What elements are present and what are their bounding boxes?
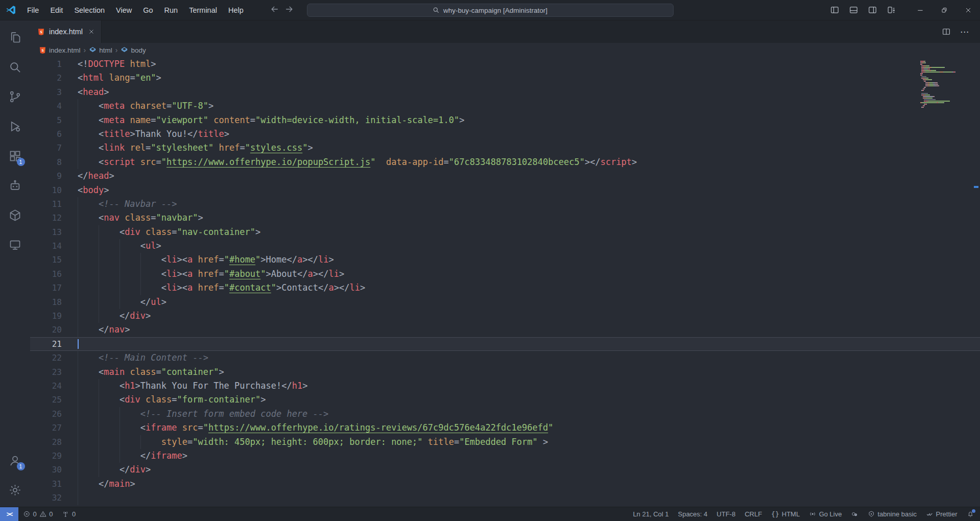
restore-icon[interactable]: [932, 0, 956, 20]
line-number: 17: [30, 281, 62, 295]
package-icon[interactable]: [3, 200, 28, 230]
code-line-2[interactable]: 2<html lang="en">: [30, 71, 980, 85]
menu-run[interactable]: Run: [159, 0, 184, 20]
indent-guide: [119, 407, 120, 421]
code-line-13[interactable]: 13 <div class="nav-container">: [30, 225, 980, 239]
tabnine-status[interactable]: tabnine basic: [863, 507, 921, 521]
code-line-30[interactable]: 30 </div>: [30, 463, 980, 477]
indent-guide: [78, 239, 78, 253]
code-line-21[interactable]: 21: [30, 337, 980, 351]
toggle-secondary-sidebar-icon[interactable]: [863, 5, 882, 15]
language-mode[interactable]: {} HTML: [767, 507, 804, 521]
indent-guide: [78, 155, 78, 169]
indent-guide: [140, 253, 141, 267]
code-line-27[interactable]: 27 <iframe src="https://www.offerhype.io…: [30, 421, 980, 435]
menu-help[interactable]: Help: [223, 0, 249, 20]
menu-go[interactable]: Go: [137, 0, 158, 20]
line-number: 1: [30, 57, 62, 71]
more-actions-icon[interactable]: ⋯: [956, 27, 973, 37]
menu-selection[interactable]: Selection: [68, 0, 110, 20]
menu-view[interactable]: View: [110, 0, 137, 20]
code-line-11[interactable]: 11 <!-- Navbar -->: [30, 197, 980, 211]
minimap-line: [920, 78, 971, 79]
code-line-8[interactable]: 8 <script src="https://www.offerhype.io/…: [30, 155, 980, 169]
go-live[interactable]: Go Live: [804, 507, 846, 521]
code-line-28[interactable]: 28 style="width: 450px; height: 600px; b…: [30, 435, 980, 449]
code-line-23[interactable]: 23 <main class="container">: [30, 365, 980, 379]
code-line-17[interactable]: 17 <li><a href="#contact">Contact</a></l…: [30, 281, 980, 295]
code-line-1[interactable]: 1<!DOCTYPE html>: [30, 57, 980, 71]
back-icon[interactable]: [270, 4, 280, 16]
breadcrumb-file-label: index.html: [49, 46, 81, 54]
line-number: 2: [30, 71, 62, 85]
line-number: 3: [30, 85, 62, 99]
code-editor[interactable]: 1<!DOCTYPE html>2<html lang="en">3<head>…: [30, 57, 980, 507]
eol-sequence[interactable]: CRLF: [740, 507, 767, 521]
code-line-7[interactable]: 7 <link rel="stylesheet" href="styles.cs…: [30, 141, 980, 155]
code-line-14[interactable]: 14 <ul>: [30, 239, 980, 253]
cursor-position[interactable]: Ln 21, Col 1: [628, 507, 673, 521]
code-line-3[interactable]: 3<head>: [30, 85, 980, 99]
code-line-9[interactable]: 9</head>: [30, 169, 980, 183]
code-line-29[interactable]: 29 </iframe>: [30, 449, 980, 463]
code-line-22[interactable]: 22 <!-- Main Content -->: [30, 351, 980, 365]
menu-edit[interactable]: Edit: [44, 0, 68, 20]
menu-terminal[interactable]: Terminal: [183, 0, 223, 20]
settings-gear-icon[interactable]: [3, 475, 28, 505]
indent-guide: [78, 393, 78, 407]
indent-guide: [78, 323, 78, 337]
code-line-10[interactable]: 10<body>: [30, 183, 980, 197]
code-line-15[interactable]: 15 <li><a href="#home">Home</a></li>: [30, 253, 980, 267]
tab-close-icon[interactable]: [87, 27, 96, 36]
toggle-sidebar-icon[interactable]: [825, 5, 844, 15]
code-line-12[interactable]: 12 <nav class="navbar">: [30, 211, 980, 225]
indent-guide: [99, 295, 99, 309]
code-line-20[interactable]: 20 </nav>: [30, 323, 980, 337]
command-center[interactable]: why-buy-campaign [Administrator]: [307, 4, 674, 17]
code-line-24[interactable]: 24 <h1>Thank You For The Purchase!</h1>: [30, 379, 980, 393]
notifications-bell[interactable]: [962, 507, 980, 521]
explorer-icon[interactable]: [3, 22, 28, 52]
breadcrumb-file[interactable]: 5 index.html: [39, 46, 81, 54]
breadcrumb-element-html[interactable]: html: [89, 46, 112, 54]
minimap[interactable]: [920, 61, 971, 109]
minimap-line: [920, 93, 971, 94]
minimize-icon[interactable]: [908, 0, 932, 20]
code-line-19[interactable]: 19 </div>: [30, 309, 980, 323]
split-editor-icon[interactable]: [938, 27, 955, 36]
code-line-5[interactable]: 5 <meta name="viewport" content="width=d…: [30, 113, 980, 127]
indent-guide: [78, 365, 78, 379]
close-icon[interactable]: [956, 0, 980, 20]
tab-index-html[interactable]: 5 index.html: [30, 20, 102, 43]
toggle-panel-icon[interactable]: [844, 5, 863, 15]
menu-file[interactable]: File: [21, 0, 44, 20]
minimap-line: [920, 101, 971, 102]
line-number: 7: [30, 141, 62, 155]
indentation[interactable]: Spaces: 4: [673, 507, 712, 521]
code-line-18[interactable]: 18 </ul>: [30, 295, 980, 309]
search-view-icon[interactable]: [3, 52, 28, 82]
problems-indicator[interactable]: 0 0: [18, 507, 57, 521]
run-debug-icon[interactable]: [3, 111, 28, 141]
extensions-icon[interactable]: 1: [3, 141, 28, 171]
code-line-26[interactable]: 26 <!-- Insert form embed code here -->: [30, 407, 980, 421]
code-line-31[interactable]: 31 </main>: [30, 477, 980, 491]
code-line-32[interactable]: 32: [30, 491, 980, 505]
code-line-6[interactable]: 6 <title>Thank You!</title>: [30, 127, 980, 141]
encoding[interactable]: UTF-8: [712, 507, 740, 521]
ports-indicator[interactable]: 0: [57, 507, 80, 521]
accounts-icon[interactable]: 1: [3, 445, 28, 475]
forward-icon[interactable]: [284, 4, 294, 16]
indent-guide: [78, 477, 78, 491]
remote-explorer-icon[interactable]: [3, 230, 28, 259]
code-line-16[interactable]: 16 <li><a href="#about">About</a></li>: [30, 267, 980, 281]
code-line-4[interactable]: 4 <meta charset="UTF-8">: [30, 99, 980, 113]
breadcrumb-element-body[interactable]: body: [121, 46, 146, 54]
prettier-status[interactable]: Prettier: [921, 507, 962, 521]
tabnine-icon[interactable]: [3, 171, 28, 200]
source-control-icon[interactable]: [3, 82, 28, 111]
customize-layout-icon[interactable]: [882, 5, 901, 15]
code-line-25[interactable]: 25 <div class="form-container">: [30, 393, 980, 407]
remote-indicator[interactable]: ><: [0, 507, 18, 521]
extension-status-icon[interactable]: [846, 507, 863, 521]
